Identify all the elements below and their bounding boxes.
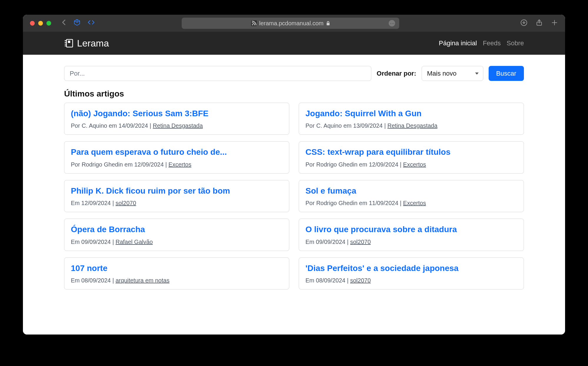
svg-rect-2 — [327, 23, 330, 25]
sort-label: Ordenar por: — [377, 70, 416, 77]
article-title-link[interactable]: 107 norte — [71, 263, 283, 274]
minimize-window-button[interactable] — [38, 21, 43, 26]
browser-right-icons — [520, 19, 558, 27]
article-meta: Em 08/09/2024 | sol2070 — [305, 277, 517, 284]
site-brand-text: Lerama — [77, 38, 109, 49]
article-source-link[interactable]: Retina Desgastada — [387, 122, 437, 129]
article-card: Jogando: Squirrel With a Gun Por C. Aqui… — [299, 103, 524, 135]
sort-select[interactable]: Mais novo — [422, 66, 483, 81]
section-title: Últimos artigos — [64, 89, 524, 99]
article-card: (não) Jogando: Serious Sam 3:BFE Por C. … — [64, 103, 289, 135]
article-title-link[interactable]: Philip K. Dick ficou ruim por ser tão bo… — [71, 186, 283, 196]
lock-icon — [326, 21, 330, 25]
more-icon[interactable]: ⋯ — [389, 20, 395, 26]
article-source-link[interactable]: Excertos — [403, 161, 426, 168]
article-card: 107 norte Em 08/09/2024 | arquitetura em… — [64, 257, 289, 290]
article-source-link[interactable]: Rafael Galvão — [116, 239, 153, 245]
article-title-link[interactable]: (não) Jogando: Serious Sam 3:BFE — [71, 108, 283, 119]
sort-select-wrapper: Mais novo — [422, 66, 483, 81]
article-title-link[interactable]: CSS: text-wrap para equilibrar títulos — [305, 147, 517, 157]
article-meta: Por Rodrigo Ghedin em 11/09/2024 | Excer… — [305, 200, 517, 207]
article-source-link[interactable]: arquitetura em notas — [116, 277, 169, 284]
article-card: CSS: text-wrap para equilibrar títulos P… — [299, 141, 524, 173]
article-source-link[interactable]: Excertos — [168, 161, 191, 168]
article-meta: Por C. Aquino em 13/09/2024 | Retina Des… — [305, 122, 517, 129]
article-source-link[interactable]: sol2070 — [350, 239, 371, 245]
traffic-lights — [30, 21, 51, 26]
svg-rect-6 — [68, 41, 70, 43]
article-card: Ópera de Borracha Em 09/09/2024 | Rafael… — [64, 219, 289, 251]
svg-point-1 — [252, 24, 253, 25]
browser-nav — [62, 19, 95, 28]
article-meta: Por C. Aquino em 14/09/2024 | Retina Des… — [71, 122, 283, 129]
article-card: Sol e fumaça Por Rodrigo Ghedin em 11/09… — [299, 180, 524, 212]
site-nav: Página inicial Feeds Sobre — [439, 39, 524, 47]
article-card: Para quem esperava o futuro cheio de... … — [64, 141, 289, 173]
new-tab-icon[interactable] — [551, 19, 558, 27]
article-source-link[interactable]: sol2070 — [350, 277, 371, 284]
article-meta: Em 08/09/2024 | arquitetura em notas — [71, 277, 283, 284]
browser-toolbar: lerama.pcdomanual.com ⋯ — [23, 15, 565, 32]
articles-grid: (não) Jogando: Serious Sam 3:BFE Por C. … — [64, 103, 524, 290]
article-title-link[interactable]: 'Dias Perfeitos' e a sociedade japonesa — [305, 263, 517, 274]
box-icon[interactable] — [74, 19, 81, 28]
article-meta: Em 12/09/2024 | sol2070 — [71, 200, 283, 207]
rss-icon — [251, 20, 257, 26]
close-window-button[interactable] — [30, 21, 35, 26]
article-card: 'Dias Perfeitos' e a sociedade japonesa … — [299, 257, 524, 290]
site-logo[interactable]: Lerama — [64, 38, 109, 49]
logo-icon — [64, 39, 74, 48]
downloads-icon[interactable] — [520, 19, 527, 27]
search-input[interactable] — [64, 66, 371, 81]
article-meta: Em 09/09/2024 | Rafael Galvão — [71, 239, 283, 245]
article-title-link[interactable]: Ópera de Borracha — [71, 224, 283, 235]
site-header: Lerama Página inicial Feeds Sobre — [23, 32, 565, 55]
code-icon[interactable] — [88, 19, 95, 28]
back-button[interactable] — [62, 19, 66, 28]
url-text: lerama.pcdomanual.com — [259, 20, 324, 27]
nav-feeds[interactable]: Feeds — [483, 39, 501, 47]
nav-about[interactable]: Sobre — [507, 39, 524, 47]
article-card: Philip K. Dick ficou ruim por ser tão bo… — [64, 180, 289, 212]
search-button[interactable]: Buscar — [489, 66, 524, 81]
article-card: O livro que procurava sobre a ditadura E… — [299, 219, 524, 251]
article-title-link[interactable]: Jogando: Squirrel With a Gun — [305, 108, 517, 119]
article-source-link[interactable]: Retina Desgastada — [153, 122, 203, 129]
url-bar[interactable]: lerama.pcdomanual.com ⋯ — [182, 18, 399, 29]
article-meta: Por Rodrigo Ghedin em 12/09/2024 | Excer… — [71, 161, 283, 168]
browser-window: lerama.pcdomanual.com ⋯ — [23, 15, 565, 335]
search-row: Ordenar por: Mais novo Buscar — [64, 66, 524, 81]
maximize-window-button[interactable] — [46, 21, 51, 26]
article-source-link[interactable]: Excertos — [403, 200, 426, 206]
page-content: Ordenar por: Mais novo Buscar Últimos ar… — [23, 55, 565, 335]
article-title-link[interactable]: O livro que procurava sobre a ditadura — [305, 224, 517, 235]
article-meta: Em 09/09/2024 | sol2070 — [305, 239, 517, 245]
share-icon[interactable] — [536, 19, 543, 27]
article-meta: Por Rodrigo Ghedin em 12/09/2024 | Excer… — [305, 161, 517, 168]
article-title-link[interactable]: Sol e fumaça — [305, 186, 517, 196]
svg-rect-5 — [66, 39, 73, 47]
article-source-link[interactable]: sol2070 — [116, 200, 136, 206]
article-title-link[interactable]: Para quem esperava o futuro cheio de... — [71, 147, 283, 157]
nav-home[interactable]: Página inicial — [439, 39, 477, 47]
